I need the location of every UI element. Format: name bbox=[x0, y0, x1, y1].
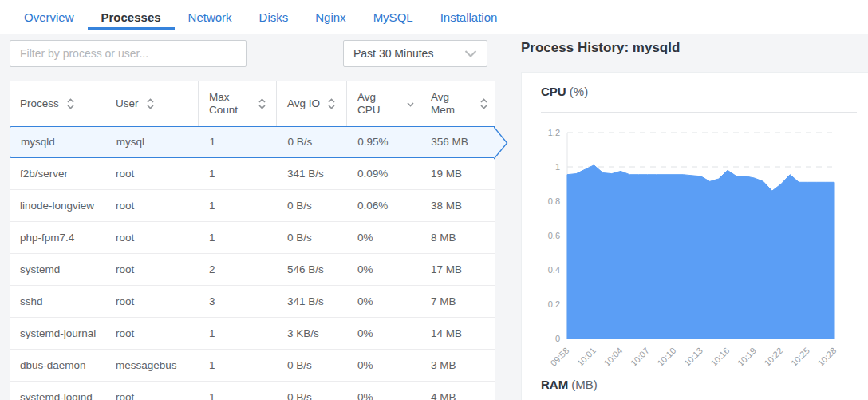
svg-text:0.8: 0.8 bbox=[548, 196, 560, 206]
process-row-mysqld[interactable]: mysqldmysql10 B/s0.95%356 MB bbox=[10, 126, 495, 158]
cell-user: root bbox=[105, 286, 199, 317]
time-range-value: Past 30 Minutes bbox=[353, 47, 433, 60]
cell-user: root bbox=[105, 190, 199, 221]
process-row-systemd-journal[interactable]: systemd-journalroot13 KB/s0%14 MB bbox=[10, 318, 495, 350]
cell-avg_mem: 38 MB bbox=[420, 190, 495, 221]
cell-process: systemd-logind bbox=[10, 382, 105, 400]
column-header-avg_io[interactable]: Avg IO bbox=[277, 81, 347, 126]
column-label: Avg IO bbox=[287, 97, 320, 110]
column-label: Max Count bbox=[209, 91, 251, 117]
svg-text:10:07: 10:07 bbox=[629, 346, 651, 368]
process-row-systemd[interactable]: systemdroot2546 B/s0%17 MB bbox=[10, 254, 495, 286]
cell-max_count: 1 bbox=[199, 222, 277, 253]
cell-user: root bbox=[105, 382, 199, 400]
cell-avg_cpu: 0% bbox=[347, 222, 420, 253]
process-row-f2b/server[interactable]: f2b/serverroot1341 B/s0.09%19 MB bbox=[10, 158, 495, 190]
svg-text:1: 1 bbox=[555, 162, 560, 172]
column-header-avg_mem[interactable]: Avg Mem bbox=[420, 81, 495, 126]
column-label: Avg Mem bbox=[431, 91, 472, 117]
process-row-systemd-logind[interactable]: systemd-logindroot10 B/s0%4 MB bbox=[10, 382, 495, 400]
cell-process: mysqld bbox=[10, 127, 106, 157]
column-label: Avg CPU bbox=[357, 91, 399, 117]
cell-max_count: 2 bbox=[199, 254, 277, 285]
filter-input[interactable] bbox=[10, 40, 247, 67]
cell-process: f2b/server bbox=[10, 158, 105, 189]
svg-text:10:25: 10:25 bbox=[789, 346, 811, 368]
cell-avg_mem: 3 MB bbox=[420, 350, 495, 381]
cell-avg_cpu: 0.06% bbox=[347, 190, 420, 221]
cell-avg_io: 0 B/s bbox=[277, 222, 347, 253]
svg-text:09:58: 09:58 bbox=[548, 346, 570, 368]
svg-text:10:28: 10:28 bbox=[815, 346, 838, 368]
svg-text:10:10: 10:10 bbox=[655, 346, 677, 368]
tab-processes[interactable]: Processes bbox=[88, 0, 175, 34]
cell-max_count: 1 bbox=[199, 382, 277, 400]
cell-avg_io: 0 B/s bbox=[277, 127, 347, 157]
tab-mysql[interactable]: MySQL bbox=[360, 0, 427, 34]
process-row-sshd[interactable]: sshdroot3341 B/s0%7 MB bbox=[10, 286, 495, 318]
cell-max_count: 1 bbox=[199, 190, 277, 221]
cell-avg_mem: 14 MB bbox=[420, 318, 495, 349]
tab-overview[interactable]: Overview bbox=[10, 0, 88, 34]
cell-process: systemd-journal bbox=[10, 318, 105, 349]
tab-label: Disks bbox=[259, 10, 289, 24]
cell-avg_cpu: 0% bbox=[347, 350, 420, 381]
svg-text:0.4: 0.4 bbox=[548, 265, 560, 275]
svg-text:1.2: 1.2 bbox=[548, 128, 560, 137]
process-row-php-fpm7.4[interactable]: php-fpm7.4root10 B/s0%8 MB bbox=[10, 222, 495, 254]
table-header: ProcessUserMax CountAvg IOAvg CPUAvg Mem bbox=[10, 81, 495, 126]
cell-avg_cpu: 0% bbox=[347, 254, 420, 285]
cell-avg_mem: 17 MB bbox=[420, 254, 495, 285]
column-header-process[interactable]: Process bbox=[10, 81, 105, 126]
svg-text:0.6: 0.6 bbox=[548, 231, 560, 240]
cell-avg_cpu: 0.95% bbox=[347, 127, 420, 157]
tab-disks[interactable]: Disks bbox=[246, 0, 302, 34]
tab-label: Network bbox=[188, 10, 232, 24]
cell-user: root bbox=[105, 222, 199, 253]
column-label: User bbox=[116, 97, 139, 110]
cell-avg_mem: 7 MB bbox=[420, 286, 495, 317]
cell-process: php-fpm7.4 bbox=[10, 222, 105, 253]
cell-user: root bbox=[105, 158, 199, 189]
svg-text:10:19: 10:19 bbox=[736, 346, 758, 368]
svg-text:10:22: 10:22 bbox=[762, 346, 784, 368]
cell-process: systemd bbox=[10, 254, 105, 285]
cell-avg_io: 0 B/s bbox=[277, 350, 347, 381]
ram-unit: (MB) bbox=[571, 378, 598, 391]
svg-text:10:13: 10:13 bbox=[682, 346, 704, 368]
tab-nginx[interactable]: Nginx bbox=[302, 0, 359, 34]
cell-process: sshd bbox=[10, 286, 105, 317]
tab-bar: OverviewProcessesNetworkDisksNginxMySQLI… bbox=[0, 0, 868, 34]
svg-text:10:16: 10:16 bbox=[708, 346, 731, 368]
tab-installation[interactable]: Installation bbox=[427, 0, 511, 34]
tab-network[interactable]: Network bbox=[175, 0, 246, 34]
cell-avg_cpu: 0.09% bbox=[347, 158, 420, 189]
process-row-dbus-daemon[interactable]: dbus-daemonmessagebus10 B/s0%3 MB bbox=[10, 350, 495, 382]
cell-avg_io: 341 B/s bbox=[277, 158, 347, 189]
cell-avg_io: 341 B/s bbox=[277, 286, 347, 317]
cell-user: mysql bbox=[106, 127, 199, 157]
process-table: ProcessUserMax CountAvg IOAvg CPUAvg Mem… bbox=[10, 81, 495, 400]
column-header-user[interactable]: User bbox=[105, 81, 199, 126]
tab-label: Overview bbox=[24, 10, 74, 24]
cell-max_count: 1 bbox=[199, 127, 278, 157]
cpu-label: CPU bbox=[541, 85, 566, 98]
cell-max_count: 1 bbox=[199, 318, 277, 349]
section-divider bbox=[541, 112, 857, 113]
tab-label: Processes bbox=[101, 10, 161, 24]
column-header-avg_cpu[interactable]: Avg CPU bbox=[347, 81, 420, 126]
sort-icon bbox=[66, 97, 75, 110]
cell-user: messagebus bbox=[105, 350, 199, 381]
tabs: OverviewProcessesNetworkDisksNginxMySQLI… bbox=[0, 0, 868, 34]
column-header-max_count[interactable]: Max Count bbox=[199, 81, 277, 126]
tab-label: Nginx bbox=[315, 10, 345, 24]
svg-text:0: 0 bbox=[555, 334, 560, 343]
cell-user: root bbox=[105, 318, 199, 349]
time-range-select[interactable]: Past 30 Minutes bbox=[343, 40, 487, 67]
process-history-card: CPU (%) 00.20.40.60.811.209:5810:0110:04… bbox=[521, 72, 868, 400]
cell-user: root bbox=[105, 254, 199, 285]
cell-avg_mem: 356 MB bbox=[420, 127, 495, 157]
process-row-linode-longview[interactable]: linode-longviewroot10 B/s0.06%38 MB bbox=[10, 190, 495, 222]
cell-avg_cpu: 0% bbox=[347, 318, 420, 349]
sort-icon bbox=[479, 97, 488, 110]
